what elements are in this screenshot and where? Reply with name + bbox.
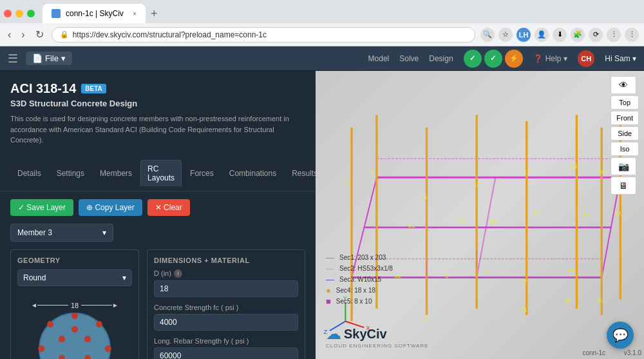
- browser-tab[interactable]: conn-1c | SkyCiv ×: [43, 4, 146, 23]
- download-icon[interactable]: ⬇: [553, 28, 567, 42]
- svg-text:29: 29: [567, 266, 574, 273]
- front-view-btn[interactable]: Front: [611, 111, 639, 125]
- tab-bar: conn-1c | SkyCiv × +: [0, 0, 644, 23]
- back-button[interactable]: ‹: [5, 28, 14, 42]
- long-rebar-input[interactable]: [154, 347, 298, 360]
- reload-button[interactable]: ↻: [33, 27, 46, 42]
- camera-btn[interactable]: 📷: [611, 157, 636, 175]
- tab-rc-layouts[interactable]: RC Layouts: [140, 160, 182, 186]
- long-rebar-label: Long. Rebar Strength fy ( psi ): [154, 337, 298, 345]
- model-tool-orange[interactable]: ⚡: [505, 50, 523, 68]
- forward-button[interactable]: ›: [19, 28, 27, 42]
- right-panel: 2 3 4 10 17 24 30 31 34 11 25 18 19 32: [316, 71, 644, 359]
- geometry-type-dropdown[interactable]: Round ▾: [17, 269, 132, 286]
- refresh-icon[interactable]: ⟳: [589, 28, 603, 42]
- beta-badge: BETA: [81, 84, 106, 93]
- tab-forces[interactable]: Forces: [183, 164, 221, 182]
- side-view-btn[interactable]: Side: [611, 126, 639, 141]
- tab-combinations[interactable]: Combinations: [222, 164, 283, 182]
- model-tool-green[interactable]: ✓: [464, 50, 482, 68]
- skyciv-tagline: CLOUD ENGINEERING SOFTWARE: [326, 343, 429, 349]
- file-icon: 📄: [32, 53, 43, 63]
- search-icon[interactable]: 🔍: [480, 28, 495, 42]
- geometry-section-label: Geometry: [17, 257, 132, 264]
- minimize-traffic-light[interactable]: [15, 10, 23, 17]
- model-tool-green2[interactable]: ✓: [484, 50, 502, 68]
- svg-text:30: 30: [598, 168, 605, 175]
- d-input[interactable]: [154, 280, 298, 297]
- legend-item-5: ■ Sec5: 8 x 10: [326, 296, 393, 306]
- eye-view-btn[interactable]: 👁: [611, 76, 636, 94]
- clear-button[interactable]: ✕ Clear: [147, 199, 190, 216]
- help-button[interactable]: ❓ Help ▾: [533, 54, 568, 63]
- url-text: https://dev.skyciv.com/structural?preloa…: [73, 30, 267, 39]
- svg-point-3: [105, 345, 111, 352]
- tab-favicon: [52, 9, 61, 18]
- circle-svg: [23, 307, 126, 360]
- concrete-strength-label: Concrete Strength fc ( psi ): [154, 304, 298, 311]
- file-arrow: ▾: [61, 53, 66, 63]
- new-tab-button[interactable]: +: [146, 8, 163, 19]
- version-badge: v3.1.0: [624, 349, 641, 356]
- d-field-group: D (in) i: [154, 269, 298, 297]
- extension-icon[interactable]: 🧩: [571, 28, 585, 42]
- help-icon: ❓: [533, 54, 543, 63]
- legend: — Sec1: 203 x 203 — Sec2: HS53x3x1/8 — S…: [326, 253, 393, 307]
- design-link[interactable]: Design: [429, 54, 453, 63]
- bookmark-icon[interactable]: ☆: [498, 28, 513, 42]
- svg-text:8: 8: [424, 315, 427, 322]
- skyciv-logo: ☁ SkyCiv CLOUD ENGINEERING SOFTWARE: [326, 325, 429, 349]
- model-tools: ✓ ✓ ⚡: [464, 50, 523, 68]
- tab-members[interactable]: Members: [93, 164, 139, 182]
- screenshot-btn[interactable]: 🖥: [611, 177, 636, 195]
- member-dropdown[interactable]: Member 3 ▾: [10, 224, 113, 242]
- top-bar: ☰ 📄 File ▾ Model Solve Design ✓ ✓ ⚡ ❓: [0, 46, 644, 71]
- chat-icon: 💬: [612, 327, 629, 343]
- svg-text:28: 28: [564, 296, 571, 304]
- circle-diagram: ◄ 18 ►: [23, 293, 126, 360]
- action-buttons: ✓ Save Layer ⊕ Copy Layer ✕ Clear: [0, 191, 316, 224]
- traffic-lights: [4, 10, 35, 17]
- url-field[interactable]: 🔒 https://dev.skyciv.com/structural?prel…: [52, 27, 475, 43]
- top-view-btn[interactable]: Top: [611, 95, 639, 110]
- save-layer-button[interactable]: ✓ Save Layer: [10, 199, 73, 216]
- long-rebar-group: Long. Rebar Strength fy ( psi ): [154, 337, 298, 360]
- content-sections: Geometry Round ▾ ◄ 18 ►: [0, 249, 316, 360]
- model-link[interactable]: Model: [368, 54, 390, 63]
- chat-widget[interactable]: 💬: [607, 322, 634, 349]
- tab-results[interactable]: Results: [285, 164, 316, 182]
- svg-point-8: [47, 321, 53, 327]
- svg-text:12: 12: [394, 272, 401, 279]
- solve-link[interactable]: Solve: [399, 54, 419, 63]
- svg-text:32: 32: [583, 212, 590, 219]
- hamburger-icon[interactable]: ☰: [8, 52, 18, 66]
- tab-settings[interactable]: Settings: [50, 164, 91, 182]
- main-content: ACI 318-14 BETA S3D Structural Concrete …: [0, 71, 644, 359]
- svg-text:33: 33: [614, 209, 621, 217]
- settings-icon[interactable]: ⋮: [607, 28, 621, 42]
- more-icon[interactable]: ⋮: [625, 28, 639, 42]
- user-avatar[interactable]: CH: [578, 50, 594, 67]
- iso-view-btn[interactable]: Iso: [611, 142, 639, 156]
- conn-label: conn-1c: [582, 349, 605, 356]
- svg-point-9: [71, 326, 78, 333]
- top-bar-right: Model Solve Design ✓ ✓ ⚡ ❓ Help ▾ CH: [368, 50, 636, 68]
- lh-icon[interactable]: LH: [516, 28, 531, 42]
- d-info-icon[interactable]: i: [174, 269, 182, 278]
- svg-point-10: [84, 336, 91, 342]
- copy-layer-button[interactable]: ⊕ Copy Layer: [79, 199, 142, 216]
- concrete-strength-input[interactable]: [154, 314, 298, 331]
- user-initials: CH: [581, 55, 591, 63]
- d-field-label: D (in) i: [154, 269, 298, 278]
- svg-text:17: 17: [524, 168, 531, 175]
- close-traffic-light[interactable]: [4, 10, 12, 17]
- dimensions-section: Dimensions + Material D (in) i Concrete …: [147, 249, 305, 360]
- member-selector: Member 3 ▾: [0, 224, 316, 249]
- file-menu[interactable]: 📄 File ▾: [26, 52, 72, 65]
- maximize-traffic-light[interactable]: [27, 10, 35, 17]
- tab-details[interactable]: Details: [10, 164, 48, 182]
- user-greeting[interactable]: Hi Sam ▾: [605, 54, 636, 63]
- profile-icon[interactable]: 👤: [535, 28, 549, 42]
- svg-text:6: 6: [446, 272, 449, 279]
- tab-close-btn[interactable]: ×: [133, 10, 137, 17]
